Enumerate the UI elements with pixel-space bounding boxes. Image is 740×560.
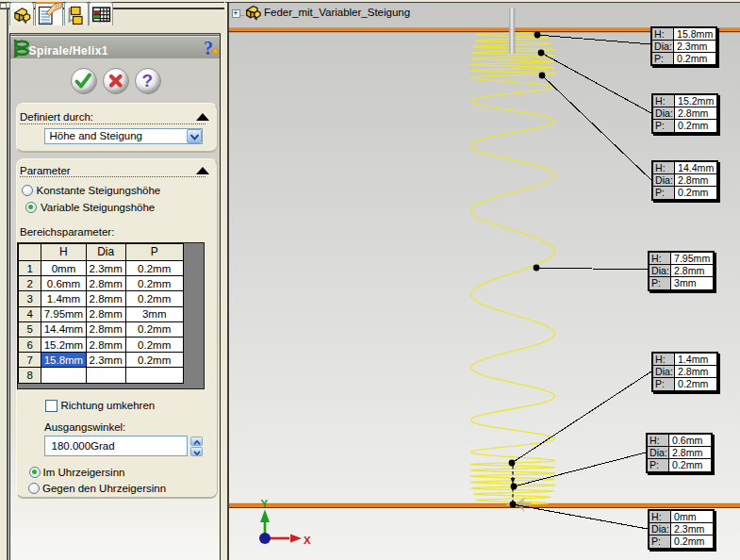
svg-text:?: ? (142, 71, 154, 91)
svg-text:?: ? (204, 38, 213, 58)
svg-text:Y: Y (261, 498, 269, 509)
svg-text:X: X (304, 535, 311, 546)
